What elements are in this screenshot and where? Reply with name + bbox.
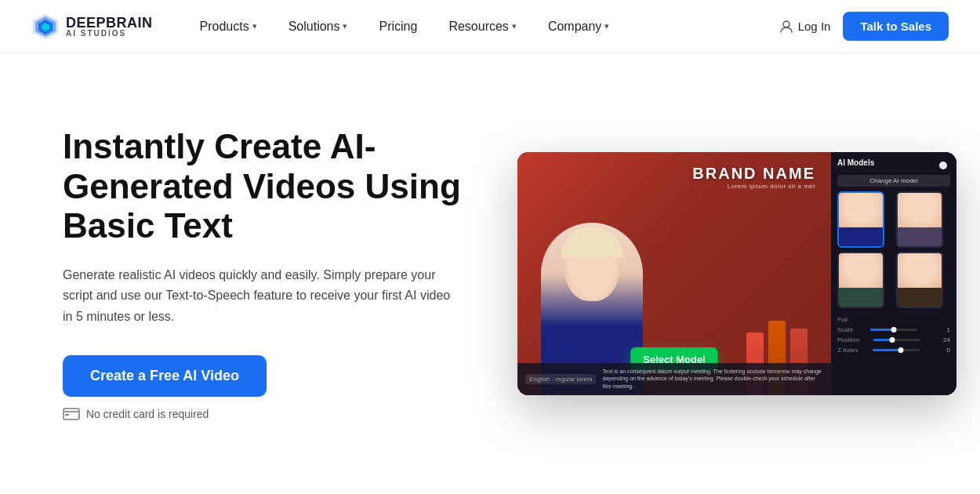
nav-item-company[interactable]: Company ▾ bbox=[532, 0, 625, 53]
chevron-down-icon: ▾ bbox=[512, 21, 517, 31]
login-button[interactable]: Log In bbox=[779, 20, 831, 34]
hero-left: Instantly Create AI-Generated Videos Usi… bbox=[63, 127, 470, 420]
brand-overlay: BRAND NAME Lorem ipsum dolor sit a met bbox=[692, 165, 815, 190]
ai-models-panel: AI Models Change AI model bbox=[831, 152, 956, 395]
cta-create-video-button[interactable]: Create a Free AI Video bbox=[63, 355, 267, 397]
navbar: DEEPBRAIN AI STUDIOS Products ▾ Solution… bbox=[0, 0, 980, 53]
talk-to-sales-button[interactable]: Talk to Sales bbox=[843, 12, 949, 41]
nav-item-products[interactable]: Products ▾ bbox=[184, 0, 273, 53]
control-zindex: Z-index 0 bbox=[837, 347, 950, 354]
control-position: Position 24 bbox=[837, 336, 950, 343]
svg-rect-7 bbox=[65, 414, 69, 416]
preview-main: BRAND NAME Lorem ipsum dolor sit a met bbox=[517, 152, 956, 395]
position-slider[interactable] bbox=[873, 339, 920, 341]
nav-item-resources[interactable]: Resources ▾ bbox=[433, 0, 532, 53]
model-face-2 bbox=[898, 193, 942, 227]
video-toolbar: English - regular lorem Text is an conse… bbox=[517, 363, 831, 395]
brand-name-text: BRAND NAME bbox=[692, 165, 815, 183]
model-grid bbox=[837, 191, 950, 308]
logo-icon bbox=[31, 13, 60, 41]
logo-deepbrain-text: DEEPBRAIN bbox=[66, 16, 153, 30]
logo-aistudios-text: AI STUDIOS bbox=[66, 30, 153, 38]
avatar-hair bbox=[561, 227, 623, 258]
scale-slider[interactable] bbox=[870, 329, 917, 331]
model-thumb-4[interactable] bbox=[896, 252, 943, 308]
nav-links: Products ▾ Solutions ▾ Pricing Resources… bbox=[184, 0, 779, 53]
nav-right: Log In Talk to Sales bbox=[779, 12, 949, 41]
hero-right: BRAND NAME Lorem ipsum dolor sit a met bbox=[517, 152, 956, 395]
change-model-button[interactable]: Change AI model bbox=[837, 175, 950, 187]
credit-card-icon bbox=[63, 408, 80, 420]
panel-title: AI Models bbox=[837, 158, 950, 167]
zindex-slider[interactable] bbox=[873, 349, 920, 351]
hero-description: Generate realistic AI videos quickly and… bbox=[63, 265, 455, 327]
nav-item-solutions[interactable]: Solutions ▾ bbox=[273, 0, 364, 53]
control-scale: Scale 1 bbox=[837, 326, 950, 333]
app-preview: BRAND NAME Lorem ipsum dolor sit a met bbox=[517, 152, 956, 395]
svg-point-4 bbox=[783, 21, 789, 27]
control-full: Full bbox=[837, 316, 950, 323]
model-body-4 bbox=[898, 288, 942, 307]
model-face-1 bbox=[839, 193, 883, 227]
user-icon bbox=[779, 20, 793, 34]
hero-section: Instantly Create AI-Generated Videos Usi… bbox=[0, 53, 980, 494]
chevron-down-icon: ▾ bbox=[252, 21, 257, 31]
model-body-3 bbox=[839, 288, 883, 307]
nav-item-pricing[interactable]: Pricing bbox=[363, 0, 433, 53]
model-face-3 bbox=[839, 253, 883, 288]
model-face-4 bbox=[898, 253, 942, 288]
chevron-down-icon: ▾ bbox=[343, 21, 347, 31]
toolbar-text: Text is an consequent datum output meeti… bbox=[602, 368, 823, 390]
panel-controls: Full Scale 1 Position bbox=[837, 316, 950, 357]
no-credit-notice: No credit card is required bbox=[63, 408, 470, 420]
preview-video-area: BRAND NAME Lorem ipsum dolor sit a met bbox=[517, 152, 831, 395]
chevron-down-icon: ▾ bbox=[604, 21, 609, 31]
model-body-1 bbox=[839, 227, 883, 246]
logo[interactable]: DEEPBRAIN AI STUDIOS bbox=[31, 13, 153, 41]
model-body-2 bbox=[898, 227, 942, 246]
hero-title: Instantly Create AI-Generated Videos Usi… bbox=[63, 127, 470, 246]
model-thumb-2[interactable] bbox=[896, 191, 943, 248]
brand-subtitle-text: Lorem ipsum dolor sit a met bbox=[692, 183, 815, 190]
toolbar-lang: English - regular lorem bbox=[525, 374, 596, 384]
model-thumb-1[interactable] bbox=[837, 191, 884, 248]
model-thumb-3[interactable] bbox=[837, 252, 884, 308]
